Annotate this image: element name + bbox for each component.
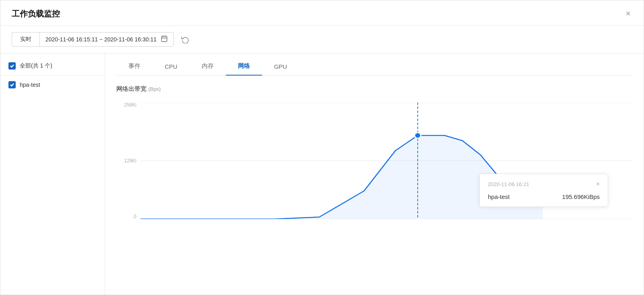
tooltip-close-button[interactable]: × [596,180,600,188]
dialog-close-button[interactable]: × [624,8,632,20]
workload-monitor-dialog: 工作负载监控 × 实时 2020-11-06 16:15:11 ~ 2020-1… [0,0,644,295]
svg-rect-0 [161,36,167,42]
tooltip-time: 2020-11-06 16:21 [488,181,529,187]
checkbox-hpa-test [8,81,16,88]
sidebar-label-hpa-test: hpa-test [20,82,40,88]
y-label-128ki: 128Ki [124,158,136,163]
tooltip-header: 2020-11-06 16:21 × [488,180,600,188]
checkbox-all [8,62,16,70]
calendar-icon [161,35,168,44]
chart-area: 256Ki 128Ki 0 [116,102,632,231]
dialog-body: 全部(共 1 个) hpa-test 事件 CPU 内存 [0,53,644,295]
chart-unit: (Bps) [148,86,161,92]
chart-section: 网络出带宽 (Bps) 256Ki 128Ki 0 [116,76,632,295]
tab-network[interactable]: 网络 [226,57,262,76]
main-content: 事件 CPU 内存 网络 GPU 网络出带宽 (Bps) [105,53,644,295]
sidebar-item-all[interactable]: 全部(共 1 个) [0,57,105,76]
tooltip-series-name: hpa-test [488,193,510,200]
datetime-range-picker[interactable]: 2020-11-06 16:15:11 ~ 2020-11-06 16:30:1… [39,32,174,47]
toolbar: 实时 2020-11-06 16:15:11 ~ 2020-11-06 16:3… [0,26,644,53]
refresh-button[interactable] [180,34,191,45]
sidebar-item-hpa-test[interactable]: hpa-test [0,76,105,94]
y-label-256ki: 256Ki [124,102,136,107]
sidebar-label-all: 全部(共 1 个) [20,62,52,70]
tab-cpu[interactable]: CPU [153,57,190,76]
realtime-button[interactable]: 实时 [12,32,39,47]
y-axis: 256Ki 128Ki 0 [116,102,140,219]
tooltip-row: hpa-test 195.696KiBps [488,193,600,200]
sidebar: 全部(共 1 个) hpa-test [0,53,105,295]
svg-point-6 [415,133,421,138]
chart-title: 网络出带宽 (Bps) [116,85,632,93]
y-label-0: 0 [134,214,136,219]
tab-events[interactable]: 事件 [116,57,153,76]
datetime-range-text: 2020-11-06 16:15:11 ~ 2020-11-06 16:30:1… [45,36,157,43]
chart-tooltip: 2020-11-06 16:21 × hpa-test 195.696KiBps [479,174,608,207]
tab-gpu[interactable]: GPU [262,57,299,76]
dialog-title: 工作负载监控 [12,8,60,19]
tab-memory[interactable]: 内存 [190,57,226,76]
tooltip-series-value: 195.696KiBps [562,193,600,200]
dialog-header: 工作负载监控 × [0,0,644,26]
tabs: 事件 CPU 内存 网络 GPU [116,53,632,76]
